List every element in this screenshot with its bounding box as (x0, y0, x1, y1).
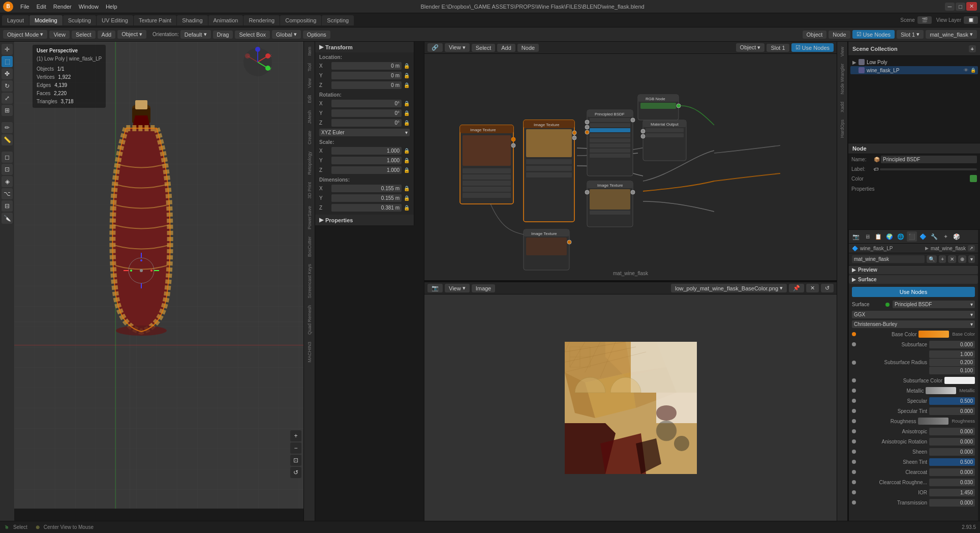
node-label-input[interactable] (880, 168, 977, 170)
roughness-swatch[interactable] (918, 418, 948, 425)
anisotropic-rot-value[interactable]: 0.000 (929, 438, 975, 446)
vtab-boxcutter[interactable]: BoxCutter (306, 233, 313, 260)
ne-node-btn[interactable]: Node (517, 44, 539, 52)
menu-render[interactable]: Render (50, 3, 75, 11)
navigation-gizmo[interactable]: X Y Z (242, 47, 273, 77)
material-name-dropdown[interactable]: mat_wine_flask (852, 255, 925, 263)
vtab-3dprint[interactable]: 3D Print (306, 179, 313, 202)
scene-restrict-icon[interactable]: 🔒 (970, 68, 976, 73)
object-btn[interactable]: Object ▾ (117, 30, 146, 39)
modifier-props-icon[interactable]: 🔧 (929, 231, 939, 242)
transform-tool[interactable]: ⊞ (2, 105, 13, 116)
material-dropdown[interactable]: mat_wine_flask ▾ (926, 30, 977, 39)
mat-options-btn[interactable]: ▾ (968, 255, 975, 263)
rotate-tool[interactable]: ↻ (2, 80, 13, 92)
scene-collection-add-btn[interactable]: + (969, 45, 976, 52)
view-btn[interactable]: View (49, 31, 70, 39)
christensen-dropdown[interactable]: Christensen-Burley ▾ (852, 320, 975, 328)
clearcoat-value[interactable]: 0.000 (929, 468, 975, 476)
view-layer-props-icon[interactable]: 📋 (873, 231, 883, 242)
rotation-x-input[interactable] (331, 100, 402, 107)
tab-layout[interactable]: Layout (2, 15, 29, 25)
vtab-ne-xadd[interactable]: Xadd (839, 99, 846, 115)
uv-close-btn[interactable]: ✕ (806, 284, 819, 292)
mat-open-btn[interactable]: ↗ (968, 245, 975, 251)
scene-eye-icon[interactable]: 👁 (964, 68, 968, 73)
tab-shading[interactable]: Shading (177, 15, 207, 25)
scene-props-icon[interactable]: 🌍 (884, 231, 895, 242)
scale-y-input[interactable] (331, 157, 402, 164)
scale-tool[interactable]: ⤢ (2, 93, 13, 104)
knife-tool[interactable]: 🔪 (2, 213, 13, 224)
location-z-input[interactable] (331, 81, 402, 89)
scene-item-flask[interactable]: wine_flask_LP 👁 🔒 (850, 66, 978, 74)
subsurface-value[interactable]: 0.000 (929, 341, 975, 348)
object-mode-dropdown[interactable]: Object Mode ▾ (3, 30, 47, 39)
clearcoat-roughness-value[interactable]: 0.030 (929, 479, 975, 486)
uv-canvas[interactable] (424, 294, 837, 521)
zoom-in-btn[interactable]: + (290, 430, 301, 441)
vtab-jmesh[interactable]: JMesh (306, 107, 313, 127)
rotation-z-input[interactable] (331, 119, 402, 127)
vtab-tool[interactable]: Tool (306, 60, 313, 75)
vtab-create[interactable]: Create (306, 128, 313, 147)
loop-cut-tool[interactable]: ⊟ (2, 200, 13, 212)
properties-header[interactable]: ▶ Properties (315, 215, 414, 225)
menu-edit[interactable]: Edit (34, 3, 49, 11)
uv-texture-dropdown[interactable]: low_poly_mat_wine_flask_BaseColor.png ▾ (671, 284, 787, 292)
vtab-edit[interactable]: Edit (306, 92, 313, 106)
ne-add-btn[interactable]: Add (497, 44, 515, 52)
node-btn[interactable]: Node (829, 31, 850, 39)
vtab-item[interactable]: Item (306, 44, 313, 59)
global-btn[interactable]: Global ▾ (272, 30, 301, 39)
node-name-input[interactable]: Principled BSDF (881, 156, 977, 163)
tab-scripting[interactable]: Scripting (322, 15, 354, 25)
dim-x-input[interactable] (331, 185, 402, 192)
vtab-retopology[interactable]: Retopology (306, 149, 313, 178)
slot-dropdown[interactable]: Slot 1 ▾ (897, 30, 924, 39)
object-props-icon[interactable]: 🔷 (918, 231, 928, 242)
tab-texture-paint[interactable]: Texture Paint (134, 15, 176, 25)
tab-animation[interactable]: Animation (208, 15, 243, 25)
cursor-tool[interactable]: ✛ (2, 44, 13, 55)
physics-props-icon[interactable]: 🎲 (952, 231, 962, 242)
menu-help[interactable]: Help (103, 3, 120, 11)
tab-modeling[interactable]: Modeling (29, 15, 63, 25)
subsurface-color-swatch[interactable] (944, 377, 975, 384)
anisotropic-value[interactable]: 0.000 (929, 428, 975, 435)
select-box-btn[interactable]: Select Box (235, 31, 270, 39)
ne-use-nodes-btn[interactable]: ☑ Use Nodes (791, 43, 834, 52)
select-btn[interactable]: Select (72, 31, 96, 39)
output-props-icon[interactable]: 🖥 (862, 231, 872, 242)
uv-view-btn[interactable]: View ▾ (445, 284, 470, 292)
drag-btn[interactable]: Drag (213, 31, 233, 39)
vtab-screencast[interactable]: Screencast Keys (306, 261, 313, 302)
vtab-ne-node-wrangler[interactable]: Node Wrangler (839, 61, 846, 97)
render-props-icon[interactable]: 📷 (851, 231, 861, 242)
add-btn[interactable]: Add (98, 31, 116, 39)
rotation-y-input[interactable] (331, 109, 402, 117)
scene-selector[interactable]: 🎬 (917, 16, 932, 24)
bevel-tool[interactable]: ⌥ (2, 188, 13, 199)
transform-header[interactable]: ▶ Transform (315, 42, 414, 52)
specular-tint-value[interactable]: 0.000 (929, 407, 975, 415)
ne-object-btn[interactable]: Object ▾ (736, 43, 765, 52)
options-btn[interactable]: Options (303, 31, 330, 39)
location-y-input[interactable] (331, 72, 402, 79)
scene-item-lowpoly[interactable]: ▶ Low Poly (850, 58, 978, 66)
object-data-btn[interactable]: Object (803, 31, 827, 39)
tab-rendering[interactable]: Rendering (243, 15, 280, 25)
sheen-tint-value[interactable]: 0.500 (929, 458, 975, 466)
transmission-value[interactable]: 0.000 (929, 499, 975, 507)
vtab-quadremesh[interactable]: Quad Remesh (306, 302, 313, 338)
vtab-view[interactable]: View (306, 75, 313, 91)
specular-value[interactable]: 0.500 (929, 397, 975, 405)
scale-z-input[interactable] (331, 166, 402, 174)
tab-uv-editing[interactable]: UV Editing (97, 15, 133, 25)
move-tool[interactable]: ✤ (2, 68, 13, 79)
mat-copy-btn[interactable]: ⊕ (958, 255, 966, 263)
add-cube-tool[interactable]: ◻ (2, 152, 13, 163)
node-editor-menu-btn[interactable]: 🔗 (427, 43, 443, 52)
node-canvas[interactable]: Image Texture Image Texture (424, 54, 837, 280)
tab-compositing[interactable]: Compositing (280, 15, 321, 25)
